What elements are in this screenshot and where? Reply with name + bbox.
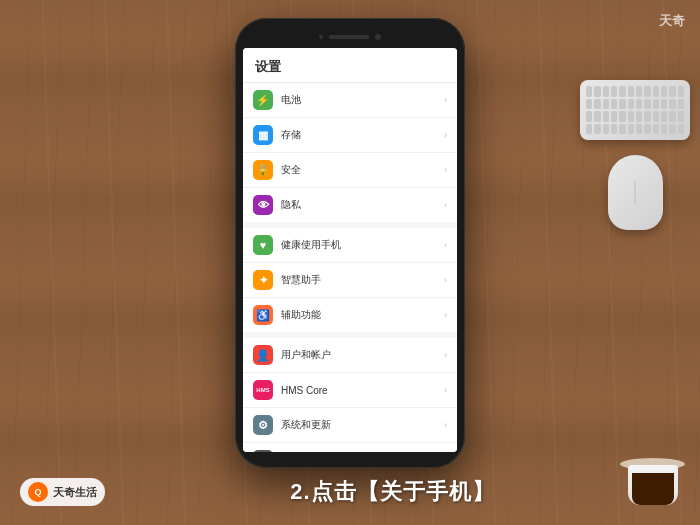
phone-camera <box>375 34 381 40</box>
about-icon: ℹ <box>253 450 273 452</box>
settings-item-accessibility[interactable]: ♿ 辅助功能 › <box>243 298 457 332</box>
brand-logo-icon: Q <box>28 482 48 502</box>
settings-item-storage[interactable]: ▦ 存储 › <box>243 118 457 153</box>
health-icon: ♥ <box>253 235 273 255</box>
phone-screen: 设置 ⚡ 电池 › ▦ 存储 › <box>243 48 457 452</box>
brand-watermark: 天奇 <box>659 12 685 30</box>
bottom-text-area: Q 天奇生活 2.点击【关于手机】 <box>0 477 700 507</box>
privacy-icon: 👁 <box>253 195 273 215</box>
system-icon: ⚙ <box>253 415 273 435</box>
brand-logo-text: 天奇生活 <box>53 485 97 500</box>
accessibility-icon: ♿ <box>253 305 273 325</box>
settings-group-2: ♥ 健康使用手机 › ✦ 智慧助手 › ♿ 辅助功能 › <box>243 228 457 332</box>
user-label: 用户和帐户 <box>281 348 444 362</box>
settings-item-system[interactable]: ⚙ 系统和更新 › <box>243 408 457 443</box>
settings-screen: 设置 ⚡ 电池 › ▦ 存储 › <box>243 48 457 452</box>
health-label: 健康使用手机 <box>281 238 444 252</box>
privacy-chevron: › <box>444 200 447 210</box>
battery-label: 电池 <box>281 93 444 107</box>
settings-group-1: ⚡ 电池 › ▦ 存储 › 🔒 安全 › <box>243 83 457 222</box>
system-chevron: › <box>444 420 447 430</box>
storage-label: 存储 <box>281 128 444 142</box>
assistant-icon: ✦ <box>253 270 273 290</box>
hms-icon: HMS <box>253 380 273 400</box>
storage-icon: ▦ <box>253 125 273 145</box>
security-label: 安全 <box>281 163 444 177</box>
main-instruction: 2.点击【关于手机】 <box>105 477 680 507</box>
phone-sensor <box>319 35 323 39</box>
hms-chevron: › <box>444 385 447 395</box>
settings-item-hms[interactable]: HMS HMS Core › <box>243 373 457 408</box>
settings-item-health[interactable]: ♥ 健康使用手机 › <box>243 228 457 263</box>
phone-speaker <box>329 35 369 39</box>
assistant-chevron: › <box>444 275 447 285</box>
mouse <box>608 155 663 230</box>
user-icon: 👤 <box>253 345 273 365</box>
security-chevron: › <box>444 165 447 175</box>
settings-item-privacy[interactable]: 👁 隐私 › <box>243 188 457 222</box>
system-label: 系统和更新 <box>281 418 444 432</box>
phone-outer: 设置 ⚡ 电池 › ▦ 存储 › <box>235 18 465 468</box>
settings-group-3: 👤 用户和帐户 › HMS HMS Core › ⚙ 系统和更新 › <box>243 338 457 452</box>
user-chevron: › <box>444 350 447 360</box>
health-chevron: › <box>444 240 447 250</box>
accessibility-chevron: › <box>444 310 447 320</box>
desk-items <box>580 80 690 230</box>
settings-item-security[interactable]: 🔒 安全 › <box>243 153 457 188</box>
settings-body: ⚡ 电池 › ▦ 存储 › 🔒 安全 › <box>243 83 457 452</box>
privacy-label: 隐私 <box>281 198 444 212</box>
settings-header: 设置 <box>243 48 457 83</box>
accessibility-label: 辅助功能 <box>281 308 444 322</box>
settings-item-assistant[interactable]: ✦ 智慧助手 › <box>243 263 457 298</box>
phone-container: 设置 ⚡ 电池 › ▦ 存储 › <box>235 18 465 468</box>
settings-item-user[interactable]: 👤 用户和帐户 › <box>243 338 457 373</box>
hms-label: HMS Core <box>281 385 444 396</box>
brand-logo: Q 天奇生活 <box>20 478 105 506</box>
battery-icon: ⚡ <box>253 90 273 110</box>
battery-chevron: › <box>444 95 447 105</box>
security-icon: 🔒 <box>253 160 273 180</box>
keyboard <box>580 80 690 140</box>
storage-chevron: › <box>444 130 447 140</box>
settings-item-about[interactable]: ℹ 关于手机 › <box>243 443 457 452</box>
assistant-label: 智慧助手 <box>281 273 444 287</box>
settings-item-battery[interactable]: ⚡ 电池 › <box>243 83 457 118</box>
phone-top-bar <box>243 30 457 44</box>
